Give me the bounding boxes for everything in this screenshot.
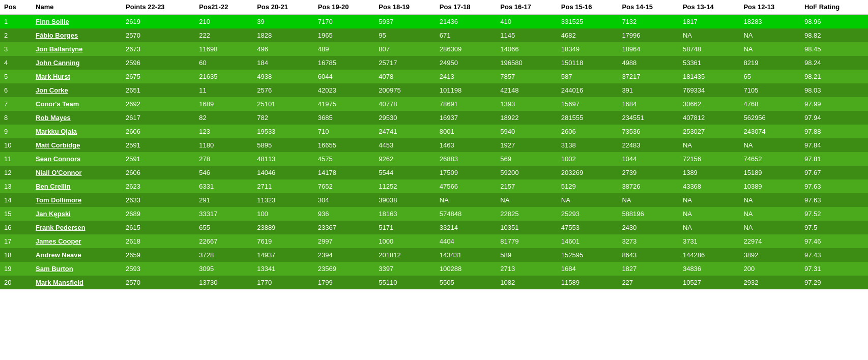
pos1920-cell: 1799 <box>314 276 375 289</box>
hof-cell: 97.84 <box>800 138 868 152</box>
name-cell[interactable]: Sam Burton <box>32 262 122 276</box>
name-cell[interactable]: Markku Ojala <box>32 125 122 138</box>
pos1314-cell: 10527 <box>679 276 740 289</box>
name-cell[interactable]: Jan Kępski <box>32 207 122 221</box>
name-cell[interactable]: Andrew Neave <box>32 248 122 262</box>
name-cell[interactable]: Sean Connors <box>32 152 122 166</box>
pos1516-cell: 1684 <box>557 262 618 276</box>
pos1617-cell: 410 <box>496 14 557 28</box>
table-row: 19Sam Burton2593309513341235693397100288… <box>0 262 868 276</box>
pos2122-cell: 13730 <box>195 276 253 289</box>
points-cell: 2570 <box>122 276 195 289</box>
pos1314-cell: 253027 <box>679 125 740 138</box>
points-cell: 2692 <box>122 97 195 111</box>
pos1213-cell: NA <box>739 207 800 221</box>
name-cell[interactable]: Jon Ballantyne <box>32 42 122 56</box>
pos1920-cell: 936 <box>314 207 375 221</box>
hof-cell: 97.67 <box>800 166 868 179</box>
pos1415-cell: 2739 <box>618 166 679 179</box>
hof-cell: 98.96 <box>800 14 868 28</box>
pos1415-cell: 22483 <box>618 138 679 152</box>
pos1617-cell: 1393 <box>496 97 557 111</box>
pos1920-cell: 2394 <box>314 248 375 262</box>
pos-cell: 6 <box>0 83 32 97</box>
points-cell: 2673 <box>122 42 195 56</box>
pos-cell: 10 <box>0 138 32 152</box>
name-cell[interactable]: Niall O'Connor <box>32 166 122 179</box>
pos1920-cell: 7652 <box>314 179 375 193</box>
name-cell[interactable]: John Canning <box>32 56 122 70</box>
name-cell[interactable]: Conor's Team <box>32 97 122 111</box>
pos2021-cell: 5895 <box>253 138 314 152</box>
pos1415-cell: 1827 <box>618 262 679 276</box>
col-hof: HoF Rating <box>800 0 868 14</box>
pos1819-cell: 18163 <box>374 207 436 221</box>
pos1617-cell: 81779 <box>496 234 557 248</box>
name-cell[interactable]: Ben Crellin <box>32 179 122 193</box>
name-cell[interactable]: Frank Pedersen <box>32 221 122 234</box>
pos-cell: 13 <box>0 179 32 193</box>
points-cell: 2619 <box>122 14 195 28</box>
pos2021-cell: 19533 <box>253 125 314 138</box>
pos2021-cell: 11323 <box>253 193 314 207</box>
name-cell[interactable]: Rob Mayes <box>32 111 122 125</box>
hof-cell: 97.29 <box>800 276 868 289</box>
table-row: 8Rob Mayes261782782368529530169371892228… <box>0 111 868 125</box>
pos1819-cell: 4453 <box>374 138 436 152</box>
pos1213-cell: 562956 <box>739 111 800 125</box>
pos1718-cell: 17509 <box>436 166 497 179</box>
pos1415-cell: 18964 <box>618 42 679 56</box>
pos-cell: 11 <box>0 152 32 166</box>
pos1819-cell: 55110 <box>374 276 436 289</box>
pos-cell: 9 <box>0 125 32 138</box>
points-cell: 2606 <box>122 166 195 179</box>
pos1920-cell: 23569 <box>314 262 375 276</box>
pos1718-cell: 78691 <box>436 97 497 111</box>
pos1213-cell: 2932 <box>739 276 800 289</box>
pos1819-cell: 9262 <box>374 152 436 166</box>
name-cell[interactable]: Jon Corke <box>32 83 122 97</box>
pos-cell: 15 <box>0 207 32 221</box>
name-cell[interactable]: Matt Corbidge <box>32 138 122 152</box>
pos1819-cell: 5544 <box>374 166 436 179</box>
name-cell[interactable]: Mark Mansfield <box>32 276 122 289</box>
pos1213-cell: 3892 <box>739 248 800 262</box>
col-pos2021: Pos 20-21 <box>253 0 314 14</box>
pos1415-cell: 1044 <box>618 152 679 166</box>
pos-cell: 12 <box>0 166 32 179</box>
pos1516-cell: 281555 <box>557 111 618 125</box>
pos2122-cell: 21635 <box>195 70 253 83</box>
pos1920-cell: 7170 <box>314 14 375 28</box>
pos1314-cell: NA <box>679 28 740 42</box>
pos2122-cell: 1180 <box>195 138 253 152</box>
pos1718-cell: 143431 <box>436 248 497 262</box>
name-cell[interactable]: Fábio Borges <box>32 28 122 42</box>
pos1516-cell: 15697 <box>557 97 618 111</box>
pos1415-cell: 17996 <box>618 28 679 42</box>
pos1516-cell: 25293 <box>557 207 618 221</box>
table-row: 4John Canning259660184167852571724950196… <box>0 56 868 70</box>
pos2122-cell: 3728 <box>195 248 253 262</box>
pos1516-cell: 152595 <box>557 248 618 262</box>
pos2122-cell: 33317 <box>195 207 253 221</box>
pos1314-cell: 1389 <box>679 166 740 179</box>
name-cell[interactable]: Mark Hurst <box>32 70 122 83</box>
col-pos1718: Pos 17-18 <box>436 0 497 14</box>
name-cell[interactable]: James Cooper <box>32 234 122 248</box>
pos1920-cell: 6044 <box>314 70 375 83</box>
col-pos1314: Pos 13-14 <box>679 0 740 14</box>
pos1819-cell: 24741 <box>374 125 436 138</box>
pos1718-cell: 26883 <box>436 152 497 166</box>
hof-cell: 97.52 <box>800 207 868 221</box>
col-pos1213: Pos 12-13 <box>739 0 800 14</box>
pos1617-cell: 5940 <box>496 125 557 138</box>
name-cell[interactable]: Tom Dollimore <box>32 193 122 207</box>
pos1516-cell: 203269 <box>557 166 618 179</box>
name-cell[interactable]: Finn Sollie <box>32 14 122 28</box>
pos1617-cell: 10351 <box>496 221 557 234</box>
pos2122-cell: 11698 <box>195 42 253 56</box>
pos1718-cell: 1463 <box>436 138 497 152</box>
pos-cell: 7 <box>0 97 32 111</box>
pos2021-cell: 184 <box>253 56 314 70</box>
hof-cell: 98.21 <box>800 70 868 83</box>
